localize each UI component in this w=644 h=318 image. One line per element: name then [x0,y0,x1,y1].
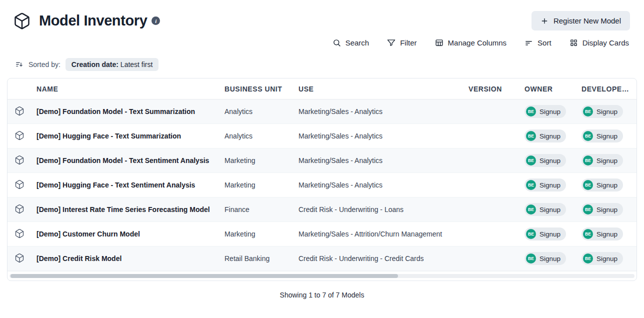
owner-badge[interactable]: BE Signup [524,130,566,142]
developer-name: Signup [596,157,618,164]
owner-avatar: BE [526,180,536,190]
model-cube-icon [14,253,24,264]
scrollbar-thumb[interactable] [10,274,398,278]
business-unit: Analytics [224,108,298,116]
use-case: Marketing/Sales - Analytics [298,156,468,164]
developer-badge[interactable]: BE Signup [582,130,623,142]
owner-badge[interactable]: BE Signup [524,228,566,240]
table-row[interactable]: [Demo] Customer Churn Model Marketing Ma… [8,222,636,246]
filter-label: Filter [400,38,416,47]
developer-badge[interactable]: BE Signup [582,154,623,167]
developer-badge[interactable]: BE Signup [582,252,623,265]
owner-avatar: BE [526,229,536,239]
column-header-version[interactable]: VERSION [468,85,524,93]
business-unit: Marketing [224,230,298,238]
scrollbar-track[interactable] [10,274,634,278]
developer-avatar: BE [583,106,593,116]
table-row[interactable]: [Demo] Foundation Model - Text Summariza… [8,100,636,124]
business-unit: Finance [224,206,298,214]
developer-name: Signup [596,230,618,238]
owner-badge[interactable]: BE Signup [524,105,566,118]
model-cube-icon [14,228,24,240]
owner-badge[interactable]: BE Signup [524,252,566,265]
sorted-field: Creation date: [72,60,118,68]
filter-button[interactable]: Filter [387,38,416,47]
sorted-value: Latest first [118,60,152,68]
owner-badge[interactable]: BE Signup [524,154,566,167]
search-label: Search [346,38,370,47]
horizontal-scrollbar [8,271,636,280]
model-cube-icon [14,180,24,191]
developer-badge[interactable]: BE Signup [582,178,623,192]
developer-avatar: BE [583,156,593,166]
business-unit: Retail Banking [224,254,298,262]
top-bar: Model Inventory i Register New Model [0,0,644,32]
column-header-name[interactable]: NAME [36,85,224,93]
owner-avatar: BE [526,254,536,264]
display-cards-label: Display Cards [582,38,629,47]
model-cube-icon [14,204,24,216]
column-header-business-unit[interactable]: BUSINESS UNIT [224,85,298,93]
developer-badge[interactable]: BE Signup [582,105,623,118]
sorted-by-row: Sorted by: Creation date: Latest first [0,47,644,78]
cards-grid-icon [570,38,578,47]
sort-label: Sort [538,38,552,47]
model-cube-icon [14,155,24,166]
developer-avatar: BE [583,131,593,141]
model-name[interactable]: [Demo] Hugging Face - Text Summarization [36,132,224,140]
search-button[interactable]: Search [332,38,370,47]
display-cards-button[interactable]: Display Cards [570,38,629,47]
model-inventory-table: NAME BUSINESS UNIT USE VERSION OWNER DEV… [7,78,637,281]
register-new-model-button[interactable]: Register New Model [532,11,630,30]
owner-name: Signup [540,206,560,214]
sorted-by-pill[interactable]: Creation date: Latest first [66,58,159,71]
sort-descending-icon [15,60,24,69]
info-icon[interactable]: i [152,16,160,25]
table-row[interactable]: [Demo] Interest Rate Time Series Forecas… [8,198,636,222]
use-case: Credit Risk - Underwriting - Loans [298,206,468,214]
manage-columns-label: Manage Columns [448,38,507,47]
table-row[interactable]: [Demo] Hugging Face - Text Sentiment Ana… [8,173,636,198]
developer-name: Signup [596,255,618,262]
model-name[interactable]: [Demo] Foundation Model - Text Sentiment… [36,156,224,164]
manage-columns-button[interactable]: Manage Columns [435,38,507,47]
owner-badge[interactable]: BE Signup [524,178,566,192]
column-header-owner[interactable]: OWNER [524,85,582,93]
columns-table-icon [435,38,444,47]
developer-name: Signup [596,132,618,140]
use-case: Marketing/Sales - Analytics [298,108,468,116]
owner-name: Signup [540,157,560,164]
owner-avatar: BE [526,156,536,166]
owner-avatar: BE [526,131,536,141]
register-button-label: Register New Model [554,16,621,25]
owner-avatar: BE [526,204,536,214]
owner-avatar: BE [526,106,536,116]
table-row[interactable]: [Demo] Credit Risk Model Retail Banking … [8,246,636,271]
business-unit: Analytics [224,132,298,140]
owner-name: Signup [540,255,560,262]
developer-badge[interactable]: BE Signup [582,203,623,216]
owner-name: Signup [540,132,560,140]
model-name[interactable]: [Demo] Hugging Face - Text Sentiment Ana… [36,181,224,189]
search-icon [332,38,341,47]
table-row[interactable]: [Demo] Foundation Model - Text Sentiment… [8,148,636,173]
table-body: [Demo] Foundation Model - Text Summariza… [8,100,636,271]
model-name[interactable]: [Demo] Interest Rate Time Series Forecas… [36,206,224,214]
model-cube-icon [14,106,24,118]
sort-button[interactable]: Sort [524,38,552,47]
table-row[interactable]: [Demo] Hugging Face - Text Summarization… [8,124,636,148]
developer-badge[interactable]: BE Signup [582,228,623,240]
column-header-developers[interactable]: DEVELOPERS [582,85,636,93]
model-name[interactable]: [Demo] Foundation Model - Text Summariza… [36,108,224,116]
filter-icon [387,38,396,47]
model-name[interactable]: [Demo] Customer Churn Model [36,230,224,238]
developer-avatar: BE [583,180,593,190]
model-name[interactable]: [Demo] Credit Risk Model [36,254,224,262]
plus-icon [540,17,548,25]
owner-badge[interactable]: BE Signup [524,203,566,216]
developer-name: Signup [596,206,618,214]
use-case: Credit Risk - Underwriting - Credit Card… [298,254,468,262]
developer-name: Signup [596,182,618,189]
column-header-use[interactable]: USE [298,85,468,93]
developer-avatar: BE [583,254,593,264]
